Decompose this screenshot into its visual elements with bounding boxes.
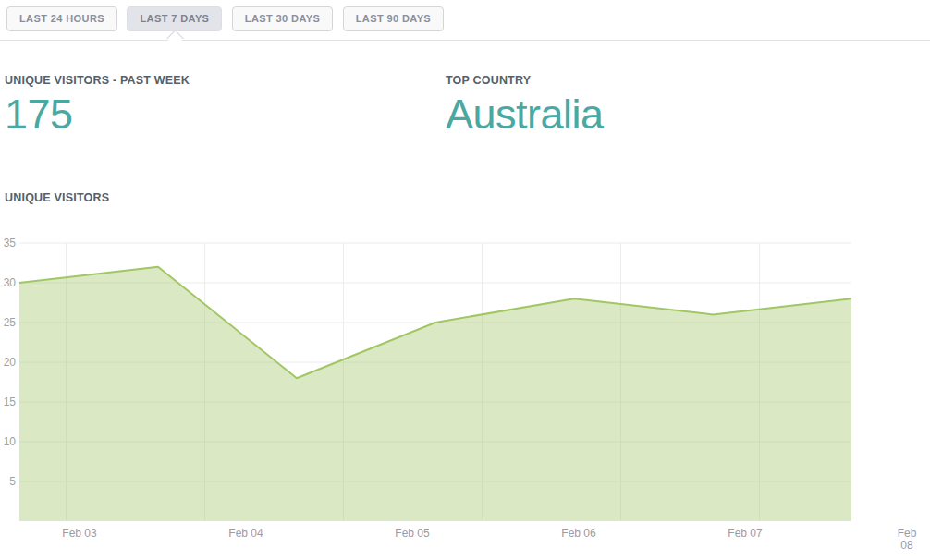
x-axis-tick-label: Feb 04 (228, 527, 263, 540)
tab-last-90-days[interactable]: LAST 90 DAYS (343, 6, 444, 31)
x-axis-tick-label: Feb08 (898, 527, 917, 552)
x-axis-tick-label: Feb 07 (728, 527, 763, 540)
y-axis-tick-label: 5 (9, 475, 16, 488)
x-axis-tick-label: Feb 05 (395, 527, 430, 540)
tab-last-7-days[interactable]: LAST 7 DAYS (127, 6, 222, 31)
stat-unique-visitors-week: UNIQUE VISITORS - PAST WEEK 175 (5, 74, 190, 135)
y-axis-tick-label: 10 (4, 435, 17, 448)
x-axis-tick-label: Feb 06 (561, 527, 596, 540)
dashboard-page: LAST 24 HOURS LAST 7 DAYS LAST 30 DAYS L… (0, 0, 930, 560)
stat-label: TOP COUNTRY (446, 74, 604, 87)
stat-value: Australia (446, 93, 604, 135)
chart-title: UNIQUE VISITORS (5, 191, 109, 204)
unique-visitors-area-chart: 5101520253035Feb 03Feb 04Feb 05Feb 06Feb… (0, 231, 930, 560)
y-axis-tick-label: 20 (4, 356, 17, 369)
stat-label: UNIQUE VISITORS - PAST WEEK (5, 74, 190, 87)
y-axis-tick-label: 25 (4, 316, 17, 329)
tab-last-24-hours[interactable]: LAST 24 HOURS (6, 6, 117, 31)
time-range-tabbar: LAST 24 HOURS LAST 7 DAYS LAST 30 DAYS L… (0, 0, 930, 41)
stat-value: 175 (5, 93, 190, 135)
tab-last-30-days[interactable]: LAST 30 DAYS (232, 6, 333, 31)
y-axis-tick-label: 15 (4, 396, 17, 408)
y-axis-tick-label: 30 (4, 276, 17, 289)
y-axis-tick-label: 35 (4, 237, 17, 250)
area-fill (19, 267, 851, 521)
x-axis-tick-label: Feb 03 (62, 527, 97, 540)
stat-top-country: TOP COUNTRY Australia (446, 74, 604, 135)
